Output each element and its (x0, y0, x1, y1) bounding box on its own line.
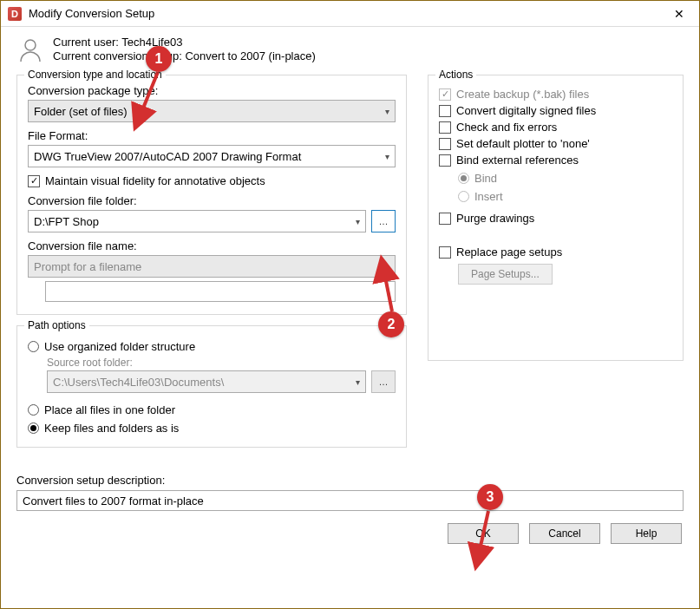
purge-label: Purge drawings (456, 212, 534, 225)
default-plotter-checkbox[interactable] (439, 138, 451, 150)
purge-checkbox[interactable] (439, 213, 451, 225)
svg-line-3 (478, 511, 488, 558)
svg-point-0 (25, 40, 36, 50)
titlebar: D Modify Conversion Setup ✕ (1, 1, 699, 27)
window-title: Modify Conversion Setup (29, 7, 659, 20)
organized-folder-radio[interactable] (28, 341, 39, 352)
annotation-arrow-1 (134, 69, 168, 132)
close-button[interactable]: ✕ (659, 1, 699, 27)
annotation-marker-2: 2 (378, 311, 404, 337)
check-fix-label: Check and fix errors (456, 121, 557, 134)
file-format-select[interactable]: DWG TrueView 2007/AutoCAD 2007 Drawing F… (28, 145, 396, 167)
chevron-down-icon: ▾ (356, 217, 360, 226)
conversion-filename-select: Prompt for a filename ▾ (28, 255, 396, 278)
page-setups-button: Page Setups... (458, 264, 553, 285)
group-title: Actions (435, 69, 476, 81)
package-type-label: Conversion package type: (28, 84, 396, 97)
source-root-select: C:\Users\Tech4Life03\Documents\ ▾ (47, 370, 366, 393)
chevron-down-icon: ▾ (385, 107, 389, 116)
browse-source-root-button: … (371, 370, 396, 393)
conversion-filename-value: Prompt for a filename (34, 260, 141, 273)
user-info: Current user: Tech4Life03 Current conver… (16, 36, 684, 66)
path-options-group: Path options Use organized folder struct… (16, 325, 407, 448)
annotation-arrow-3 (469, 508, 504, 571)
one-folder-radio[interactable] (28, 404, 39, 416)
insert-radio (458, 191, 469, 202)
bind-label: Bind (474, 172, 497, 185)
check-fix-checkbox[interactable] (439, 121, 451, 134)
keep-as-is-radio[interactable] (28, 422, 39, 434)
conversion-filename-input (45, 281, 396, 302)
svg-line-1 (139, 72, 158, 119)
organized-folder-label: Use organized folder structure (44, 340, 195, 353)
description-label: Conversion setup description: (16, 474, 684, 487)
file-format-value: DWG TrueView 2007/AutoCAD 2007 Drawing F… (34, 150, 301, 163)
bind-xrefs-label: Bind external references (456, 154, 579, 167)
conversion-folder-value: D:\FPT Shop (34, 215, 99, 228)
package-type-value: Folder (set of files) (34, 105, 128, 118)
maintain-fidelity-label: Maintain visual fidelity for annotative … (45, 174, 265, 187)
package-type-select[interactable]: Folder (set of files) ▾ (28, 100, 396, 122)
create-backup-label: Create backup (*.bak) files (456, 88, 589, 101)
current-user-label: Current user: (53, 36, 119, 49)
bind-radio (458, 173, 469, 184)
maintain-fidelity-checkbox[interactable] (28, 175, 40, 187)
insert-label: Insert (474, 190, 503, 203)
user-icon (16, 36, 44, 66)
svg-line-2 (383, 268, 392, 311)
chevron-down-icon: ▾ (385, 152, 389, 161)
convert-signed-checkbox[interactable] (439, 105, 451, 117)
annotation-arrow-2 (378, 263, 413, 318)
help-button[interactable]: Help (611, 523, 682, 544)
convert-signed-label: Convert digitally signed files (456, 104, 596, 117)
conversion-folder-label: Conversion file folder: (28, 194, 396, 207)
app-icon: D (8, 7, 22, 21)
description-input[interactable] (16, 490, 684, 511)
file-format-label: File Format: (28, 129, 396, 142)
chevron-down-icon: ▾ (356, 377, 360, 387)
browse-folder-button[interactable]: … (371, 210, 396, 232)
current-setup-value: Convert to 2007 (in-place) (185, 49, 315, 62)
source-root-label: Source root folder: (47, 357, 396, 369)
actions-group: Actions Create backup (*.bak) files Conv… (428, 75, 684, 361)
source-root-value: C:\Users\Tech4Life03\Documents\ (53, 376, 224, 389)
default-plotter-label: Set default plotter to 'none' (456, 137, 590, 150)
group-title: Path options (24, 319, 89, 331)
one-folder-label: Place all files in one folder (44, 403, 175, 416)
replace-setups-label: Replace page setups (456, 246, 562, 259)
annotation-marker-1: 1 (146, 46, 172, 72)
keep-as-is-label: Keep files and folders as is (44, 422, 179, 435)
conversion-folder-select[interactable]: D:\FPT Shop ▾ (28, 210, 366, 232)
conversion-type-group: Conversion type and location Conversion … (16, 75, 407, 315)
replace-setups-checkbox[interactable] (439, 246, 451, 259)
annotation-marker-3: 3 (477, 484, 503, 510)
cancel-button[interactable]: Cancel (529, 523, 600, 544)
bind-xrefs-checkbox[interactable] (439, 154, 451, 167)
conversion-filename-label: Conversion file name: (28, 239, 396, 252)
create-backup-checkbox (439, 88, 451, 101)
